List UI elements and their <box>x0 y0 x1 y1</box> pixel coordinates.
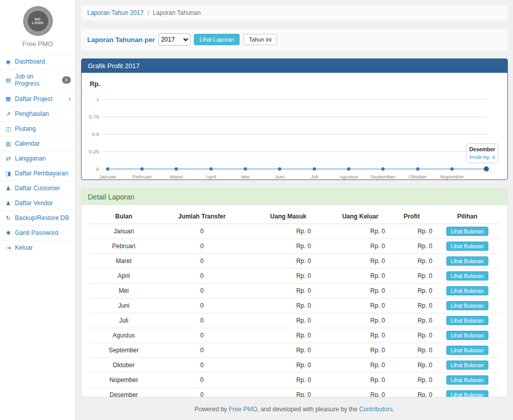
sidebar-item-label: Langganan <box>15 155 46 162</box>
sidebar-item-label: Daftar Vendor <box>15 199 53 207</box>
view-month-button[interactable]: Lihat Bulanan <box>446 227 488 236</box>
sidebar-item-daftar-customer[interactable]: ♟ Daftar Customer <box>0 181 75 195</box>
view-month-button[interactable]: Lihat Bulanan <box>446 316 488 325</box>
sidebar-item-label: Piutang <box>15 125 36 132</box>
view-month-button[interactable]: Lihat Bulanan <box>446 346 488 355</box>
cell-bulan: Maret <box>89 254 159 269</box>
sidebar-item-label: Dashboard <box>15 58 45 65</box>
brand-block: NO LOGO Free PMO <box>0 0 75 54</box>
data-point[interactable] <box>313 167 316 170</box>
breadcrumb-link-laporan-tahun[interactable]: Laporan Tahun 2017 <box>87 9 144 16</box>
cell-keluar: Rp. 0 <box>331 269 389 284</box>
data-point[interactable] <box>450 167 453 170</box>
view-report-button[interactable]: Lihat Laporan <box>194 34 240 45</box>
data-point[interactable] <box>278 167 281 170</box>
sidebar-item-dashboard[interactable]: ◉ Dashboard <box>0 54 75 69</box>
svg-text:0.75: 0.75 <box>89 114 100 119</box>
cell-bulan: Desember <box>89 388 159 397</box>
report-table-wrap: Bulan Jumlah Transfer Uang Masuk Uang Ke… <box>82 205 507 397</box>
sidebar-item-label: Daftar Pembayaran <box>15 170 68 177</box>
cell-keluar: Rp. 0 <box>331 343 389 358</box>
refresh-icon: ↻ <box>5 215 12 222</box>
report-filter-bar: Laporan Tahunan per 2017 Lihat Laporan T… <box>81 29 508 50</box>
view-month-button[interactable]: Lihat Bulanan <box>446 390 488 397</box>
sidebar-item-calendar[interactable]: ▥ Calendar <box>0 136 75 151</box>
table-row: Desember 0 Rp. 0 Rp. 0 Rp. 0 Lihat Bulan… <box>89 388 500 397</box>
sidebar-item-penghasilan[interactable]: ⇗ Penghasilan <box>0 106 75 121</box>
data-point[interactable] <box>416 167 419 170</box>
data-point[interactable] <box>141 167 144 170</box>
cell-keluar: Rp. 0 <box>331 313 389 328</box>
view-month-button[interactable]: Lihat Bulanan <box>446 361 488 370</box>
table-row: April 0 Rp. 0 Rp. 0 Rp. 0 Lihat Bulanan <box>89 269 500 284</box>
svg-text:April: April <box>206 174 216 179</box>
svg-text:Januari: Januari <box>100 174 116 179</box>
sidebar-item-langganan[interactable]: ⇄ Langganan <box>0 151 75 166</box>
cell-masuk: Rp. 0 <box>245 358 331 373</box>
calendar-icon: ▥ <box>5 141 12 147</box>
cell-keluar: Rp. 0 <box>331 224 389 239</box>
svg-text:0.5: 0.5 <box>92 131 99 137</box>
data-point[interactable] <box>244 167 247 170</box>
sidebar-item-keluar[interactable]: ⇥ Keluar <box>0 240 75 255</box>
cell-transfer: 0 <box>159 284 245 298</box>
data-point[interactable] <box>174 167 177 170</box>
cell-keluar: Rp. 0 <box>331 254 389 269</box>
footer-link-contributors[interactable]: Contributors <box>359 406 392 413</box>
sidebar-item-piutang[interactable]: ◫ Piutang <box>0 121 75 136</box>
svg-text:Nopember: Nopember <box>440 174 464 179</box>
svg-text:Oktober: Oktober <box>409 174 427 179</box>
sidebar-item-daftar-pembayaran[interactable]: ◨ Daftar Pembayaran <box>0 166 75 181</box>
sidebar-item-job-on-progress[interactable]: ▤ Job on Progress 0 <box>0 69 75 91</box>
table-row: Pebruari 0 Rp. 0 Rp. 0 Rp. 0 Lihat Bulan… <box>89 239 500 254</box>
cell-masuk: Rp. 0 <box>245 239 331 254</box>
svg-text:Agustus: Agustus <box>340 174 358 179</box>
chart-line-icon: ⇗ <box>5 111 12 117</box>
y-axis-title: Rp. <box>90 80 101 88</box>
breadcrumb: Laporan Tahun 2017 / Laporan Tahunan <box>81 5 508 21</box>
data-point[interactable] <box>106 167 109 170</box>
cell-bulan: Nopember <box>89 373 159 388</box>
year-select[interactable]: 2017 <box>159 33 190 46</box>
logo-text-line1: NO <box>35 17 41 21</box>
view-month-button[interactable]: Lihat Bulanan <box>446 242 488 251</box>
table-row: Januari 0 Rp. 0 Rp. 0 Rp. 0 Lihat Bulana… <box>89 224 500 239</box>
cell-transfer: 0 <box>159 373 245 388</box>
cell-profit: Rp. 0 <box>389 224 434 239</box>
data-point[interactable] <box>347 167 350 170</box>
sidebar-item-daftar-vendor[interactable]: ♟ Daftar Vendor <box>0 195 75 210</box>
view-month-button[interactable]: Lihat Bulanan <box>446 301 488 310</box>
svg-text:Pebruari: Pebruari <box>132 174 152 179</box>
cell-bulan: Oktober <box>89 358 159 373</box>
job-count-badge: 0 <box>62 76 71 84</box>
view-month-button[interactable]: Lihat Bulanan <box>446 331 488 340</box>
table-row: Agustus 0 Rp. 0 Rp. 0 Rp. 0 Lihat Bulana… <box>89 328 500 343</box>
svg-text:0: 0 <box>96 166 99 172</box>
view-month-button[interactable]: Lihat Bulanan <box>446 286 488 295</box>
footer-link-free-pmo[interactable]: Free PMO <box>229 406 257 413</box>
view-month-button[interactable]: Lihat Bulanan <box>446 271 488 281</box>
sidebar-item-ganti-password[interactable]: ✱ Ganti Password <box>0 225 75 240</box>
money-icon: ◫ <box>5 126 12 132</box>
cell-profit: Rp. 0 <box>389 254 434 269</box>
col-header-pilihan: Pilihan <box>435 209 500 224</box>
tasks-icon: ▤ <box>5 77 12 84</box>
no-logo-seal-icon: NO LOGO <box>23 6 53 36</box>
data-point[interactable] <box>209 167 212 170</box>
cell-keluar: Rp. 0 <box>331 328 389 343</box>
data-point[interactable] <box>381 167 384 170</box>
sidebar-item-daftar-project[interactable]: ▦ Daftar Project ‹ <box>0 91 75 106</box>
table-row: Juni 0 Rp. 0 Rp. 0 Rp. 0 Lihat Bulanan <box>89 298 500 313</box>
cell-profit: Rp. 0 <box>389 298 434 313</box>
view-month-button[interactable]: Lihat Bulanan <box>446 256 488 266</box>
data-point-active[interactable] <box>484 167 489 172</box>
table-row: Oktober 0 Rp. 0 Rp. 0 Rp. 0 Lihat Bulana… <box>89 358 500 373</box>
cell-masuk: Rp. 0 <box>245 373 331 388</box>
view-month-button[interactable]: Lihat Bulanan <box>446 375 488 385</box>
this-year-button[interactable]: Tahun ini <box>243 34 277 45</box>
lock-icon: ✱ <box>5 230 12 236</box>
cell-keluar: Rp. 0 <box>331 298 389 313</box>
x-axis-ticks: Januari Pebruari Maret April Mei Juni Ju… <box>100 174 465 179</box>
sidebar-item-backup-restore-db[interactable]: ↻ Backup/Restore DB <box>0 210 75 225</box>
cell-masuk: Rp. 0 <box>245 298 331 313</box>
